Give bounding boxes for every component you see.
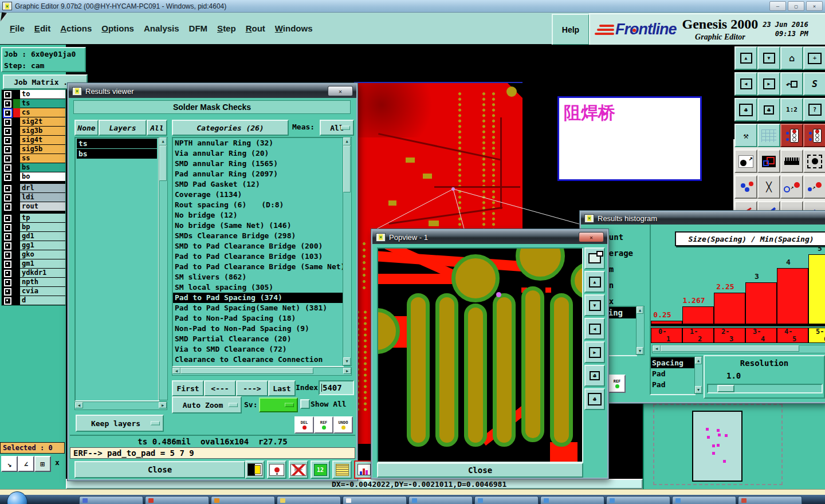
fit-all-icon[interactable]: ↔↔ (734, 98, 757, 121)
layer-name-tp[interactable]: tp (20, 214, 65, 223)
taskbar-button-10[interactable] (672, 496, 736, 504)
categories-scrollbar[interactable]: ▲ ▼ (343, 137, 352, 366)
minimize-button[interactable]: — (769, 1, 786, 11)
taskbar-button-5[interactable] (343, 496, 407, 504)
lamp-toggle-icon[interactable] (245, 460, 265, 479)
taskbar-button-2[interactable] (145, 496, 209, 504)
zoom-out-icon[interactable]: ▼ (757, 46, 780, 70)
cancel-x-icon[interactable]: ╳ (757, 175, 780, 199)
category-item[interactable]: Non-Pad to Non-Pad Spacing (9) (173, 324, 343, 334)
filter-all-button[interactable]: All (147, 120, 167, 136)
layer-name-sig4t[interactable]: sig4t (20, 136, 65, 145)
layer-checkbox-bo[interactable] (4, 174, 11, 181)
layer-row-ldi[interactable]: ldi (2, 193, 65, 202)
layer-list-scrollbar[interactable]: ▲ (159, 137, 168, 400)
taskbar-button-6[interactable] (408, 496, 473, 504)
layer-name-gko[interactable]: gko (20, 250, 65, 259)
layer-checkbox-ydkdr1[interactable] (4, 270, 11, 277)
layer-checkbox-to[interactable] (4, 91, 11, 99)
layer-name-sig5b[interactable]: sig5b (20, 145, 65, 154)
nav-prev-button[interactable]: <--- (204, 380, 236, 396)
layer-name-sig2t[interactable]: sig2t (20, 117, 65, 127)
category-item[interactable]: NPTH annular Ring (32) (173, 138, 343, 148)
taskbar-button-3[interactable] (211, 496, 275, 504)
layer-row-sig3b[interactable]: sig3b (2, 127, 65, 136)
nav-next-button[interactable]: ---> (236, 380, 268, 396)
taskbar-button-8[interactable] (540, 496, 604, 504)
layers-count-icon[interactable]: 12 (311, 460, 330, 479)
layer-name-npth[interactable]: npth (20, 278, 65, 287)
measure-tool-button[interactable]: ↘ (1, 456, 18, 472)
layer-name-bs[interactable]: bs (20, 163, 65, 172)
layer-checkbox-cvia[interactable] (4, 288, 11, 296)
category-item[interactable]: No bridge (Same Net) (146) (173, 220, 343, 231)
category-item[interactable]: SM slivers (862) (173, 272, 343, 282)
layer-row-bs[interactable]: bs (2, 163, 65, 172)
layer-checkbox-gm1[interactable] (4, 261, 11, 268)
layer-checkbox-sig3b[interactable] (4, 128, 11, 135)
layer-row-ydkdr1[interactable]: ydkdr1 (2, 269, 65, 278)
layer-name-drl[interactable]: drl (20, 184, 65, 193)
layer-row-bo[interactable]: bo (2, 172, 65, 182)
nav-last-button[interactable]: Last (268, 380, 296, 396)
results-layer-list[interactable]: tsbs (74, 137, 159, 401)
layer-checkbox-drl[interactable] (4, 185, 11, 192)
category-item[interactable]: Pad to Pad Clearance Bridge (Same Net) (173, 262, 343, 272)
fit-window-icon[interactable]: ↔↔ (757, 98, 780, 121)
popview-title-bar[interactable]: × Popview - 1 ✕ (372, 230, 607, 244)
layer-row-sig4t[interactable]: sig4t (2, 136, 65, 145)
layer-checkbox-sig2t[interactable] (4, 119, 11, 126)
popview-close-button[interactable]: Close (377, 463, 583, 478)
layer-name-ss[interactable]: ss (20, 154, 65, 163)
results-viewer-title-bar[interactable]: × Results viewer ✕ (69, 84, 356, 98)
taskbar-button-1[interactable] (79, 496, 143, 504)
category-item[interactable]: Pad to Pad Spacing(Same Net) (381) (173, 303, 343, 313)
taskbar-button-4[interactable] (277, 496, 341, 504)
category-item[interactable]: Clearance to Clearance Connection (173, 355, 343, 365)
popview-close-icon[interactable]: ✕ (579, 232, 604, 242)
overview-board-rect[interactable] (692, 411, 742, 482)
layer-row-sig2t[interactable]: sig2t (2, 117, 65, 127)
layer-row-ss[interactable]: ss (2, 154, 65, 163)
categories-hscrollbar[interactable]: ◀ ▶ (172, 367, 352, 376)
layer-row-npth[interactable]: npth (2, 278, 65, 287)
menu-analysis[interactable]: Analysis (144, 23, 179, 33)
net-points-icon[interactable] (734, 175, 757, 199)
measure-d2d-icon[interactable]: ↗ (803, 175, 825, 199)
layer-checkbox-d[interactable] (4, 297, 11, 305)
menu-options[interactable]: Options (101, 23, 134, 33)
select-move-icon[interactable]: ↗ (734, 149, 757, 173)
layer-row-cs[interactable]: cs (2, 108, 65, 117)
index-input[interactable]: 5407 (319, 380, 354, 395)
filter-layers-button[interactable]: Layers (99, 120, 147, 136)
layer-name-ts[interactable]: ts (20, 99, 65, 108)
taskbar-button-11[interactable] (738, 496, 802, 504)
histogram-hscrollbar[interactable]: ◀ (652, 345, 825, 353)
layer-row-gg1[interactable]: gg1 (2, 241, 65, 250)
popview-popview-copy-icon[interactable] (584, 247, 605, 269)
parameter-list[interactable]: SpacingPadPad (650, 356, 696, 395)
layer-checkbox-gg1[interactable] (4, 242, 11, 250)
layer-checkbox-ss[interactable] (4, 155, 11, 163)
zoom-area-icon[interactable] (757, 149, 780, 173)
category-item[interactable]: SMD annular Ring (1565) (173, 159, 343, 169)
help-icon[interactable]: ? (803, 98, 825, 121)
category-item[interactable]: Via to SMD Clearance (72) (173, 344, 343, 355)
popview-fit-all-icon[interactable]: ↔↔ (584, 388, 605, 410)
layer-checkbox-ldi[interactable] (4, 194, 11, 202)
category-item[interactable]: Pad to Non-Pad Spacing (18) (173, 313, 343, 324)
layer-checkbox-cs[interactable] (4, 109, 11, 117)
layer-name-sig3b[interactable]: sig3b (20, 127, 65, 136)
popview-fit-window-icon[interactable]: ↔↔ (584, 365, 605, 387)
categories-list[interactable]: NPTH annular Ring (32)Via annular Ring (… (172, 137, 344, 367)
category-item[interactable]: SMD Pad Gasket (12) (173, 179, 343, 190)
window-xy-icon[interactable]: + (803, 46, 825, 70)
popview-zoom-in-icon[interactable]: ▲ (584, 271, 605, 293)
ref-disabled-icon[interactable]: REF (289, 460, 308, 479)
ruler-icon[interactable] (780, 149, 803, 173)
layer-row-gko[interactable]: gko (2, 250, 65, 259)
taskbar-button-7[interactable] (474, 496, 539, 504)
ref-result-button[interactable]: REF (314, 416, 333, 434)
menu-dfm[interactable]: DFM (189, 23, 208, 33)
sv-dropdown[interactable] (259, 397, 298, 412)
